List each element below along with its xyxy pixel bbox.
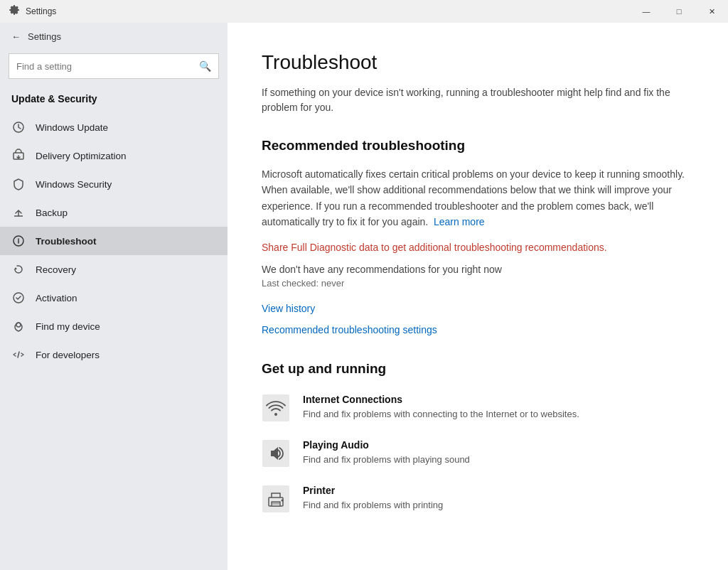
printer-icon xyxy=(262,485,290,513)
recommended-description: Microsoft automatically fixes certain cr… xyxy=(262,166,694,230)
diagnostic-link[interactable]: Share Full Diagnostic data to get additi… xyxy=(262,242,607,253)
recommended-section-title: Recommended troubleshooting xyxy=(262,138,694,154)
sidebar-item-recovery[interactable]: Recovery xyxy=(0,255,228,284)
wifi-icon xyxy=(262,394,290,422)
sidebar-item-label: Troubleshoot xyxy=(36,236,97,247)
sidebar-item-find-my-device[interactable]: Find my device xyxy=(0,312,228,340)
sidebar-section-title: Update & Security xyxy=(0,87,228,113)
audio-icon xyxy=(262,439,290,468)
close-button[interactable]: ✕ xyxy=(695,0,728,23)
back-icon: ← xyxy=(11,31,21,42)
sidebar-item-backup[interactable]: Backup xyxy=(0,198,228,227)
printer-desc: Find and fix problems with printing xyxy=(303,499,443,512)
sidebar-item-label: Delivery Optimization xyxy=(36,151,127,161)
back-button[interactable]: ← Settings xyxy=(0,23,228,50)
sidebar-item-windows-security[interactable]: Windows Security xyxy=(0,170,228,198)
get-running-title: Get up and running xyxy=(262,361,694,377)
windows-security-icon xyxy=(11,177,26,191)
activation-icon xyxy=(11,291,26,305)
search-input[interactable] xyxy=(16,61,199,72)
internet-connections-desc: Find and fix problems with connecting to… xyxy=(303,408,579,421)
titlebar-left: Settings xyxy=(9,4,56,18)
settings-icon xyxy=(9,4,20,18)
minimize-button[interactable]: — xyxy=(630,0,663,23)
titlebar-controls: — □ ✕ xyxy=(630,0,728,23)
sidebar-item-activation[interactable]: Activation xyxy=(0,284,228,312)
playing-audio-desc: Find and fix problems with playing sound xyxy=(303,453,470,466)
troubleshooter-internet-connections[interactable]: Internet Connections Find and fix proble… xyxy=(262,394,694,422)
titlebar-title: Settings xyxy=(26,6,56,16)
svg-rect-5 xyxy=(262,394,289,421)
windows-update-icon xyxy=(11,120,26,134)
printer-name: Printer xyxy=(303,485,443,496)
playing-audio-name: Playing Audio xyxy=(303,439,470,451)
developers-icon xyxy=(11,348,26,362)
sidebar-item-label: Activation xyxy=(36,293,77,303)
recovery-icon xyxy=(11,262,26,276)
recommended-settings-link[interactable]: Recommended troubleshooting settings xyxy=(262,324,694,335)
sidebar-item-windows-update[interactable]: Windows Update xyxy=(0,113,228,141)
backup-icon xyxy=(11,205,26,220)
troubleshoot-icon xyxy=(11,234,26,248)
troubleshooter-printer[interactable]: Printer Find and fix problems with print… xyxy=(262,485,694,513)
page-title: Troubleshoot xyxy=(262,51,694,74)
search-icon: 🔍 xyxy=(199,60,211,72)
content-area: Troubleshoot If something on your device… xyxy=(228,23,728,570)
page-description: If something on your device isn't workin… xyxy=(262,85,694,115)
sidebar-item-delivery-optimization[interactable]: Delivery Optimization xyxy=(0,141,228,170)
last-checked-text: Last checked: never xyxy=(262,278,694,289)
sidebar-item-troubleshoot[interactable]: Troubleshoot xyxy=(0,227,228,255)
delivery-optimization-icon xyxy=(11,149,26,163)
learn-more-link[interactable]: Learn more xyxy=(434,216,485,227)
app-container: ← Settings 🔍 Update & Security Windows U… xyxy=(0,23,728,570)
troubleshooter-playing-audio[interactable]: Playing Audio Find and fix problems with… xyxy=(262,439,694,468)
no-recommendations-text: We don't have any recommendations for yo… xyxy=(262,264,694,275)
find-device-icon xyxy=(11,319,26,333)
svg-point-10 xyxy=(282,499,284,501)
sidebar-item-label: Recovery xyxy=(36,264,76,275)
titlebar: Settings — □ ✕ xyxy=(0,0,728,23)
search-box[interactable]: 🔍 xyxy=(9,53,219,79)
back-label: Settings xyxy=(28,31,61,42)
sidebar-item-label: Windows Security xyxy=(36,179,112,190)
sidebar: ← Settings 🔍 Update & Security Windows U… xyxy=(0,23,228,570)
maximize-button[interactable]: □ xyxy=(663,0,695,23)
sidebar-item-label: Backup xyxy=(36,208,68,218)
sidebar-item-label: For developers xyxy=(36,350,100,360)
svg-rect-7 xyxy=(262,485,289,512)
internet-connections-name: Internet Connections xyxy=(303,394,579,405)
sidebar-item-label: Windows Update xyxy=(36,122,108,133)
sidebar-item-for-developers[interactable]: For developers xyxy=(0,340,228,369)
view-history-link[interactable]: View history xyxy=(262,303,694,314)
sidebar-item-label: Find my device xyxy=(36,321,100,332)
